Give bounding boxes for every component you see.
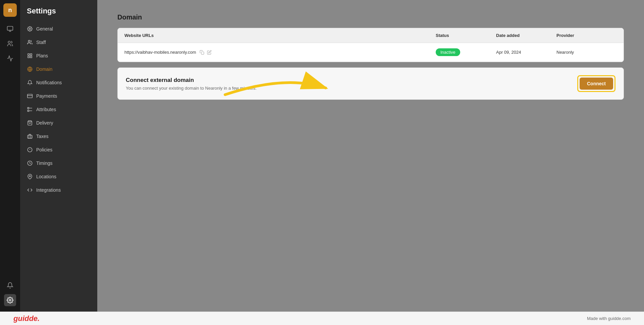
- connect-external-domain-card: Connect external domain You can connect …: [117, 67, 624, 100]
- sidebar-item-timings[interactable]: Timings: [20, 156, 97, 170]
- url-value: https://vaibhav-mobiles.nearonly.com: [124, 50, 196, 55]
- col-website-urls: Website URLs: [124, 33, 436, 38]
- settings-title: Settings: [20, 7, 97, 22]
- sidebar-notifications-label: Notifications: [36, 80, 62, 85]
- sidebar-integrations-label: Integrations: [36, 187, 61, 193]
- sidebar-delivery-label: Delivery: [36, 120, 53, 126]
- col-provider: Provider: [556, 33, 617, 38]
- svg-point-4: [28, 40, 30, 42]
- copy-url-icon[interactable]: [199, 49, 205, 55]
- sidebar-timings-label: Timings: [36, 160, 53, 166]
- payments-icon: [27, 93, 33, 99]
- sidebar-policies-label: Policies: [36, 147, 52, 152]
- connect-card-text: Connect external domain You can connect …: [126, 77, 257, 91]
- taxes-icon: [27, 133, 33, 139]
- sidebar-item-domain[interactable]: Domain: [20, 62, 97, 76]
- integrations-icon: [27, 187, 33, 193]
- cell-provider: Nearonly: [556, 50, 617, 55]
- sidebar-item-integrations[interactable]: Integrations: [20, 183, 97, 197]
- table-row: https://vaibhav-mobiles.nearonly.com: [118, 43, 624, 62]
- sidebar-taxes-label: Taxes: [36, 134, 49, 139]
- svg-rect-7: [28, 56, 30, 58]
- sidebar-domain-label: Domain: [36, 66, 52, 72]
- staff-icon: [27, 39, 33, 45]
- sidebar-general-label: General: [36, 26, 53, 32]
- cell-url: https://vaibhav-mobiles.nearonly.com: [124, 49, 436, 55]
- sidebar-item-taxes[interactable]: Taxes: [20, 130, 97, 143]
- sidebar-item-attributes[interactable]: Attributes: [20, 103, 97, 116]
- svg-point-2: [9, 299, 11, 301]
- svg-rect-11: [28, 94, 33, 98]
- cell-status: Inactive: [436, 48, 496, 56]
- svg-rect-0: [7, 27, 13, 31]
- sidebar: Settings General Staff: [20, 0, 97, 312]
- sidebar-item-staff[interactable]: Staff: [20, 36, 97, 49]
- domain-table: Website URLs Status Date added Provider …: [117, 28, 624, 62]
- sidebar-item-plans[interactable]: Plans: [20, 49, 97, 62]
- sidebar-staff-label: Staff: [36, 40, 46, 45]
- svg-rect-6: [30, 54, 32, 55]
- connect-button[interactable]: Connect: [580, 78, 613, 90]
- svg-rect-14: [28, 110, 29, 111]
- attributes-icon: [27, 106, 33, 112]
- sidebar-item-payments[interactable]: Payments: [20, 89, 97, 103]
- store-nav-icon[interactable]: [4, 23, 16, 35]
- sidebar-locations-label: Locations: [36, 174, 56, 179]
- guidde-logo-text: guidde.: [13, 314, 40, 323]
- cell-date: Apr 09, 2024: [496, 50, 556, 55]
- sidebar-item-delivery[interactable]: Delivery: [20, 116, 97, 130]
- sidebar-payments-label: Payments: [36, 93, 57, 99]
- connect-button-wrapper: Connect: [577, 75, 615, 92]
- svg-rect-8: [30, 56, 32, 58]
- footer-credit-text: Made with guidde.com: [587, 316, 631, 321]
- plans-icon: [27, 53, 33, 59]
- notifications-icon: [27, 80, 33, 86]
- svg-point-1: [8, 41, 10, 44]
- svg-point-21: [29, 176, 31, 177]
- notification-icon[interactable]: [4, 279, 16, 291]
- table-header: Website URLs Status Date added Provider: [118, 28, 624, 43]
- sidebar-item-general[interactable]: General: [20, 22, 97, 36]
- sidebar-attributes-label: Attributes: [36, 107, 56, 112]
- svg-rect-22: [201, 52, 204, 54]
- delivery-icon: [27, 120, 33, 126]
- svg-rect-5: [28, 54, 30, 55]
- sidebar-plans-label: Plans: [36, 53, 48, 58]
- settings-icon[interactable]: [4, 294, 16, 306]
- guidde-logo: guidde.: [13, 314, 40, 323]
- people-nav-icon[interactable]: [4, 38, 16, 50]
- main-content: Domain Website URLs Status Date added Pr…: [97, 0, 644, 312]
- sidebar-item-locations[interactable]: Locations: [20, 170, 97, 183]
- edit-url-icon[interactable]: [206, 49, 212, 55]
- icon-bar: n: [0, 0, 20, 312]
- url-action-icons: [199, 49, 212, 55]
- footer: guidde. Made with guidde.com: [0, 312, 644, 325]
- col-date-added: Date added: [496, 33, 556, 38]
- general-icon: [27, 26, 33, 32]
- connect-card-description: You can connect your existing domain to …: [126, 86, 257, 91]
- svg-rect-13: [28, 107, 29, 109]
- sidebar-item-policies[interactable]: Policies: [20, 143, 97, 156]
- locations-icon: [27, 174, 33, 180]
- timings-icon: [27, 160, 33, 166]
- policies-icon: [27, 147, 33, 153]
- status-badge: Inactive: [436, 48, 460, 56]
- app-logo[interactable]: n: [3, 3, 17, 17]
- domain-icon: [27, 66, 33, 72]
- connect-card-title: Connect external domain: [126, 77, 257, 84]
- svg-rect-18: [28, 135, 32, 138]
- chart-nav-icon[interactable]: [4, 52, 16, 64]
- col-status: Status: [436, 33, 496, 38]
- domain-section-title: Domain: [117, 13, 624, 21]
- svg-point-3: [29, 28, 31, 30]
- sidebar-item-notifications[interactable]: Notifications: [20, 76, 97, 89]
